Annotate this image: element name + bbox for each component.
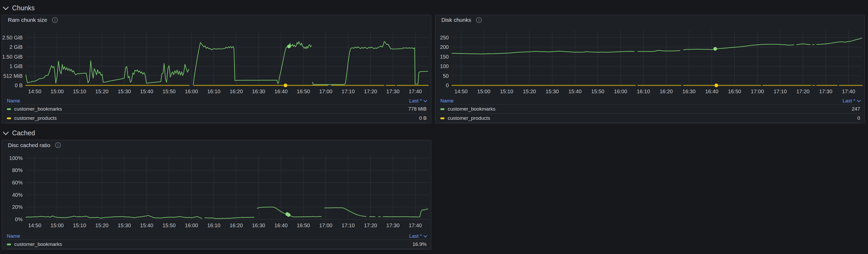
svg-text:15:50: 15:50: [591, 88, 604, 94]
series-color-swatch: [440, 108, 444, 110]
svg-text:15:40: 15:40: [140, 88, 153, 94]
svg-text:0%: 0%: [15, 216, 23, 222]
svg-text:15:30: 15:30: [546, 88, 559, 94]
svg-text:15:00: 15:00: [477, 88, 490, 94]
legend-row: customer_bookmarks247: [440, 104, 860, 113]
svg-text:80%: 80%: [12, 167, 23, 173]
svg-text:15:40: 15:40: [568, 88, 582, 94]
svg-text:100%: 100%: [9, 155, 23, 161]
svg-text:17:10: 17:10: [342, 222, 355, 228]
svg-text:0: 0: [446, 82, 449, 88]
series-color-swatch: [7, 244, 11, 245]
panel-header-ram[interactable]: Ram chunk size: [2, 15, 431, 25]
series-last-value: 16.9%: [412, 242, 427, 247]
svg-text:17:00: 17:00: [319, 222, 332, 228]
legend-row: customer_products0: [440, 113, 860, 123]
svg-text:15:10: 15:10: [73, 222, 86, 228]
svg-text:16:30: 16:30: [682, 88, 695, 94]
ram-legend: NameLast *customer_bookmarks778 MiBcusto…: [2, 97, 431, 123]
row-header-cached[interactable]: Cached: [4, 128, 35, 138]
chevron-down-icon: [3, 4, 9, 10]
svg-text:512 MiB: 512 MiB: [3, 73, 23, 79]
legend-column-last[interactable]: Last *: [409, 233, 427, 239]
svg-text:17:30: 17:30: [386, 88, 400, 94]
chevron-down-icon: [3, 129, 9, 135]
chevron-down-icon: [424, 98, 427, 102]
svg-text:16:10: 16:10: [207, 222, 220, 228]
series-last-value: 0 B: [419, 115, 427, 121]
row-header-chunks[interactable]: Chunks: [4, 3, 35, 13]
svg-text:15:20: 15:20: [95, 88, 108, 94]
svg-text:17:20: 17:20: [797, 88, 810, 94]
svg-text:17:30: 17:30: [386, 222, 400, 228]
svg-text:17:40: 17:40: [409, 88, 422, 94]
svg-text:17:20: 17:20: [364, 222, 377, 228]
info-icon[interactable]: [55, 142, 61, 148]
info-icon[interactable]: [52, 17, 58, 23]
legend-column-name[interactable]: Name: [440, 98, 454, 104]
svg-text:16:20: 16:20: [660, 88, 673, 94]
svg-text:100: 100: [440, 63, 449, 69]
svg-text:16:30: 16:30: [252, 88, 265, 94]
legend-column-name[interactable]: Name: [7, 98, 20, 104]
svg-text:14:50: 14:50: [28, 88, 41, 94]
svg-text:15:20: 15:20: [523, 88, 536, 94]
cached-legend: NameLast *customer_bookmarks16.9%: [2, 232, 431, 249]
svg-text:16:40: 16:40: [705, 88, 718, 94]
series-last-value: 778 MiB: [408, 106, 427, 112]
svg-text:17:20: 17:20: [364, 88, 377, 94]
svg-text:250: 250: [440, 35, 449, 40]
svg-text:16:50: 16:50: [297, 88, 310, 94]
svg-text:16:00: 16:00: [185, 222, 198, 228]
panel-header-disk[interactable]: Disk chunks: [436, 15, 864, 25]
svg-text:16:20: 16:20: [229, 222, 243, 228]
svg-text:16:40: 16:40: [274, 222, 287, 228]
info-icon[interactable]: [476, 17, 482, 23]
legend-column-last[interactable]: Last *: [409, 98, 427, 104]
svg-text:15:40: 15:40: [140, 222, 153, 228]
svg-text:16:00: 16:00: [185, 88, 198, 94]
series-name[interactable]: customer_products: [14, 115, 57, 121]
chevron-down-icon: [857, 98, 861, 102]
series-name[interactable]: customer_bookmarks: [448, 106, 496, 112]
svg-text:60%: 60%: [12, 180, 23, 185]
grafana-dashboard: { "sections": { "chunks": {"title": "Chu…: [0, 0, 868, 254]
series-name[interactable]: customer_bookmarks: [14, 242, 62, 247]
panel-title: Disc cached ratio: [8, 142, 50, 148]
legend-row: customer_bookmarks778 MiB: [7, 104, 427, 113]
disc-cached-ratio-chart[interactable]: 14:5015:0015:1015:2015:3015:4015:5016:00…: [2, 150, 431, 232]
series-color-swatch: [7, 117, 11, 119]
svg-text:17:10: 17:10: [774, 88, 787, 94]
panel-header-cached[interactable]: Disc cached ratio: [2, 140, 431, 150]
svg-text:15:10: 15:10: [500, 88, 513, 94]
legend-column-last[interactable]: Last *: [842, 98, 860, 104]
svg-text:0 B: 0 B: [15, 82, 23, 88]
svg-text:40%: 40%: [12, 192, 23, 198]
svg-text:15:00: 15:00: [51, 222, 64, 228]
series-last-value: 0: [857, 115, 860, 121]
svg-text:15:50: 15:50: [162, 88, 176, 94]
row-title-chunks: Chunks: [12, 4, 35, 12]
svg-text:16:50: 16:50: [728, 88, 741, 94]
disk-chunks-chart[interactable]: 14:5015:0015:1015:2015:3015:4015:5016:00…: [436, 25, 864, 97]
svg-text:20%: 20%: [12, 204, 23, 210]
legend-column-name[interactable]: Name: [7, 233, 20, 239]
series-color-swatch: [7, 108, 11, 110]
svg-text:15:10: 15:10: [73, 88, 86, 94]
panel-ram-chunk-size: Ram chunk size 14:5015:0015:1015:2015:30…: [2, 15, 431, 123]
svg-text:1 GiB: 1 GiB: [9, 63, 23, 69]
ram-chunk-size-chart[interactable]: 14:5015:0015:1015:2015:3015:4015:5016:00…: [2, 25, 431, 97]
svg-text:14:50: 14:50: [455, 88, 468, 94]
chevron-down-icon: [424, 233, 427, 237]
svg-text:2 GiB: 2 GiB: [9, 44, 23, 50]
disk-legend: NameLast *customer_bookmarks247customer_…: [436, 97, 864, 123]
series-name[interactable]: customer_bookmarks: [14, 106, 62, 112]
svg-text:15:00: 15:00: [51, 88, 64, 94]
svg-text:16:40: 16:40: [274, 88, 287, 94]
svg-text:14:50: 14:50: [28, 222, 41, 228]
svg-text:2.50 GiB: 2.50 GiB: [2, 35, 23, 40]
series-last-value: 247: [852, 106, 860, 112]
panel-disk-chunks: Disk chunks 14:5015:0015:1015:2015:3015:…: [435, 15, 865, 123]
series-color-swatch: [440, 117, 444, 119]
series-name[interactable]: customer_products: [448, 115, 490, 121]
